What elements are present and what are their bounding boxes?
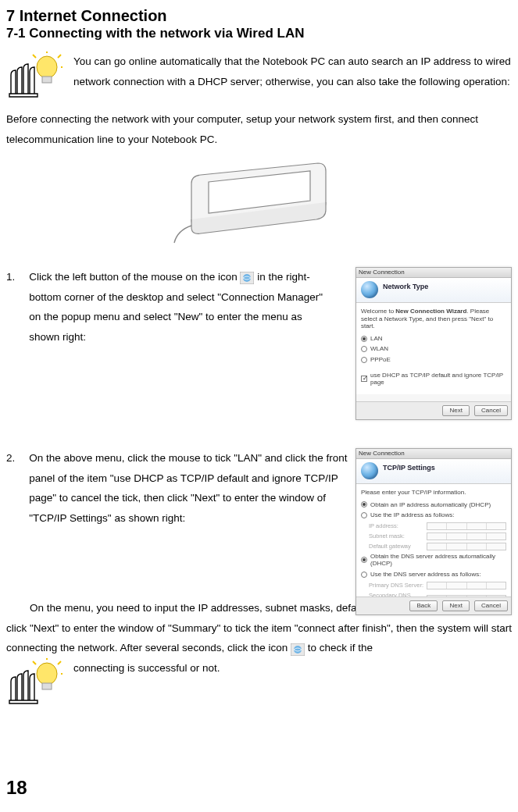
ip-address-field[interactable]: IP address: bbox=[369, 522, 506, 530]
radio-icon bbox=[361, 346, 367, 352]
option-auto-ip[interactable]: Obtain an IP address automatically (DHCP… bbox=[361, 501, 506, 509]
lightbulb-hand-icon bbox=[6, 52, 63, 100]
intro-paragraph: Before connecting the network with your … bbox=[6, 109, 512, 149]
radio-icon bbox=[361, 512, 367, 518]
subnet-mask-field[interactable]: Subnet mask: bbox=[369, 532, 506, 540]
tip-block: You can go online automatically that the… bbox=[6, 52, 512, 100]
network-tray-icon bbox=[240, 271, 254, 283]
gateway-field[interactable]: Default gateway bbox=[369, 543, 506, 550]
checkbox-icon bbox=[361, 376, 367, 382]
network-tray-icon bbox=[291, 643, 305, 655]
step-body: On the above menu, click the mouse to ti… bbox=[29, 448, 358, 529]
step-2: 2. On the above menu, click the mouse to… bbox=[6, 448, 512, 612]
radio-icon bbox=[361, 336, 367, 342]
globe-icon bbox=[361, 462, 378, 479]
dialog-header-title: Network Type bbox=[383, 283, 506, 291]
step-body: Click the left button of the mouse on th… bbox=[29, 267, 334, 347]
dialog-titlebar: New Connection bbox=[356, 449, 511, 459]
option-wlan[interactable]: WLAN bbox=[361, 345, 506, 353]
page-number: 18 bbox=[6, 770, 27, 806]
dialog-titlebar: New Connection bbox=[356, 268, 511, 278]
new-connection-dialog-2: New Connection TCP/IP Settings Please en… bbox=[355, 448, 512, 615]
svg-line-3 bbox=[58, 55, 61, 58]
option-manual-dns[interactable]: Use the DNS server address as follows: bbox=[361, 571, 506, 579]
svg-point-10 bbox=[37, 663, 57, 685]
radio-icon bbox=[361, 501, 367, 508]
radio-icon bbox=[361, 572, 367, 578]
subsection-heading: 7-1 Connecting with the network via Wire… bbox=[6, 25, 512, 42]
option-manual-ip[interactable]: Use the IP address as follows: bbox=[361, 511, 506, 519]
new-connection-dialog-1: New Connection Network Type Welcome to N… bbox=[355, 267, 512, 420]
option-pppoe[interactable]: PPPoE bbox=[361, 356, 506, 364]
tip-block-2: connecting is successful or not. bbox=[6, 658, 512, 707]
laptop-illustration bbox=[6, 155, 512, 256]
step-1: 1. Click the left button of the mouse on… bbox=[6, 267, 512, 423]
tip-text: You can go online automatically that the… bbox=[73, 52, 512, 91]
svg-point-0 bbox=[37, 56, 57, 78]
dialog-header-title: TCP/IP Settings bbox=[383, 464, 506, 472]
dialog-header: Network Type bbox=[356, 278, 511, 303]
step-number: 1. bbox=[6, 267, 15, 347]
svg-line-13 bbox=[58, 661, 61, 664]
dialog-header: TCP/IP Settings bbox=[356, 459, 511, 484]
back-button[interactable]: Back bbox=[409, 600, 438, 611]
svg-point-9 bbox=[294, 646, 302, 654]
option-auto-dns[interactable]: Obtain the DNS server address automatica… bbox=[361, 553, 506, 568]
next-button[interactable]: Next bbox=[442, 600, 469, 611]
section-heading: 7 Internet Connection bbox=[6, 6, 512, 25]
lightbulb-hand-icon bbox=[6, 658, 63, 707]
svg-line-14 bbox=[33, 661, 36, 664]
tip-text: connecting is successful or not. bbox=[73, 658, 220, 678]
dialog-intro: Please enter your TCP/IP information. bbox=[361, 489, 506, 497]
radio-icon bbox=[361, 557, 367, 563]
option-lan[interactable]: LAN bbox=[361, 335, 506, 343]
svg-rect-11 bbox=[42, 683, 52, 689]
cancel-button[interactable]: Cancel bbox=[474, 600, 508, 611]
step-text-a: Click the left button of the mouse on th… bbox=[29, 271, 237, 283]
svg-point-7 bbox=[243, 274, 251, 282]
radio-icon bbox=[361, 357, 367, 363]
svg-line-4 bbox=[33, 55, 36, 58]
cont-text-b: to check if the bbox=[308, 642, 373, 654]
globe-icon bbox=[361, 281, 378, 298]
step-number: 2. bbox=[6, 448, 15, 529]
primary-dns-field[interactable]: Primary DNS Server: bbox=[369, 582, 506, 589]
cancel-button[interactable]: Cancel bbox=[474, 405, 508, 416]
next-button[interactable]: Next bbox=[442, 405, 469, 416]
dialog-welcome: Welcome to New Connection Wizard. Please… bbox=[361, 308, 506, 330]
checkbox-dhcp[interactable]: use DHCP as TCP/IP default and ignore TC… bbox=[361, 372, 506, 386]
svg-rect-1 bbox=[42, 77, 52, 83]
